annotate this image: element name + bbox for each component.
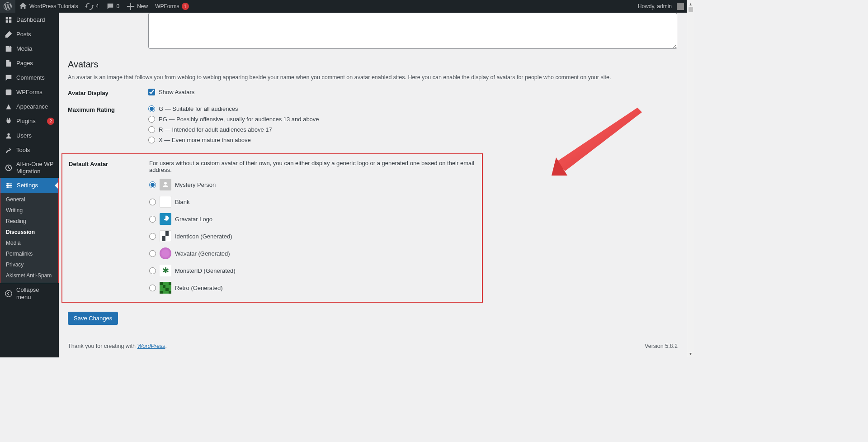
avatar-identicon[interactable]: ▞Identicon (Generated) [149,230,476,242]
scroll-down-arrow[interactable]: ▾ [687,350,694,357]
identicon-icon: ▞ [160,230,171,242]
show-avatars-option[interactable]: Show Avatars [148,89,678,95]
show-avatars-checkbox[interactable] [148,89,155,95]
settings-submenu: General Writing Reading Discussion Media… [0,192,59,283]
sidebar-item-dashboard[interactable]: Dashboard [0,13,59,27]
avatars-desc: An avatar is an image that follows you f… [68,74,678,81]
sidebar-item-plugins[interactable]: Plugins2 [0,114,59,128]
new-label: New [137,3,148,10]
wavatar-icon [160,247,171,259]
new-content-link[interactable]: New [123,0,151,13]
gravatar-icon [160,213,171,225]
avatar-wavatar[interactable]: Wavatar (Generated) [149,247,476,259]
default-avatar-label: Default Avatar [69,160,149,167]
comments-link[interactable]: 0 [103,0,123,13]
svg-point-8 [5,290,12,297]
wp-logo[interactable] [0,0,15,13]
avatar-monster[interactable]: ✱MonsterID (Generated) [149,265,476,276]
account-link[interactable]: Howdy, admin [634,0,687,13]
svg-point-6 [9,185,11,186]
submenu-reading[interactable]: Reading [0,216,58,227]
avatar-mystery[interactable]: Mystery Person [149,179,476,190]
default-avatar-highlight: Default Avatar For users without a custo… [61,153,483,303]
updates-count: 4 [96,3,99,10]
plugins-badge: 2 [47,118,54,125]
submenu-discussion[interactable]: Discussion [0,227,58,238]
scroll-up-arrow[interactable]: ▴ [687,0,694,7]
sidebar-item-allinone[interactable]: All-in-One WP Migration [0,157,59,178]
submenu-writing[interactable]: Writing [0,205,58,216]
sidebar-item-users[interactable]: Users [0,128,59,143]
svg-point-5 [7,183,9,185]
submenu-permalinks[interactable]: Permalinks [0,248,58,259]
admin-sidebar: Dashboard Posts Media Pages Comments WPF… [0,13,59,357]
sidebar-item-pages[interactable]: Pages [0,56,59,71]
content-area: Avatars An avatar is an image that follo… [59,13,687,357]
sidebar-item-wpforms[interactable]: WPForms [0,85,59,100]
sidebar-item-tools[interactable]: Tools [0,143,59,157]
submenu-general[interactable]: General [0,194,58,205]
keys-textarea[interactable] [148,13,677,49]
save-button[interactable]: Save Changes [68,312,118,325]
comments-count: 0 [117,3,120,10]
submenu-akismet[interactable]: Akismet Anti-Spam [0,270,58,281]
collapse-menu[interactable]: Collapse menu [0,283,59,304]
avatar-blank[interactable]: Blank [149,196,476,208]
svg-marker-10 [552,157,567,176]
svg-rect-0 [6,90,12,95]
submenu-privacy[interactable]: Privacy [0,259,58,270]
howdy-text: Howdy, admin [638,3,672,10]
sidebar-item-media[interactable]: Media [0,42,59,56]
sidebar-item-posts[interactable]: Posts [0,27,59,42]
sidebar-item-settings[interactable]: Settings [0,178,59,193]
sidebar-item-appearance[interactable]: Appearance [0,100,59,114]
footer-version: Version 5.8.2 [645,343,678,349]
retro-icon [160,282,171,294]
rating-g[interactable]: G — Suitable for all audiences [148,105,678,112]
mystery-icon [160,179,171,190]
monster-icon: ✱ [160,265,171,276]
updates-link[interactable]: 4 [82,0,103,13]
avatar-display-label: Avatar Display [68,89,148,96]
max-rating-label: Maximum Rating [68,105,148,113]
sidebar-item-comments[interactable]: Comments [0,71,59,85]
admin-toolbar: WordPress Tutorials 4 0 New WPForms 1 Ho… [0,0,687,13]
wpforms-toolbar-link[interactable]: WPForms 1 [151,0,192,13]
wordpress-link[interactable]: WordPress [137,343,165,349]
page-scrollbar[interactable]: ▴ ▾ [687,0,694,357]
rating-x[interactable]: X — Even more mature than above [148,137,678,143]
wpforms-label: WPForms [155,3,179,10]
submenu-media[interactable]: Media [0,238,58,248]
default-avatar-desc: For users without a custom avatar of the… [149,160,476,173]
blank-icon [160,196,171,208]
site-name: WordPress Tutorials [29,3,78,10]
scroll-thumb[interactable] [689,7,693,12]
avatar [677,3,684,10]
rating-r[interactable]: R — Intended for adult audiences above 1… [148,126,678,133]
site-home-link[interactable]: WordPress Tutorials [15,0,82,13]
wpforms-badge: 1 [182,3,189,10]
footer: Thank you for creating with WordPress. V… [68,343,678,356]
rating-pg[interactable]: PG — Possibly offensive, usually for aud… [148,116,678,123]
footer-thanks: Thank you for creating with WordPress. [68,343,167,349]
avatars-heading: Avatars [68,59,678,70]
avatar-gravatar[interactable]: Gravatar Logo [149,213,476,225]
svg-point-7 [7,186,9,188]
avatar-retro[interactable]: Retro (Generated) [149,282,476,294]
